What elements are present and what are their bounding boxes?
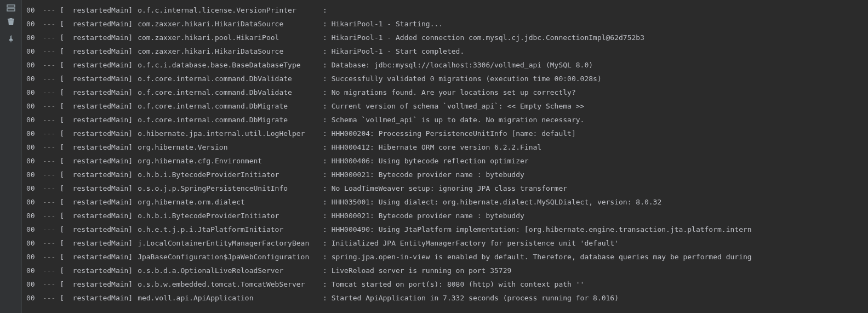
log-logger: o.h.b.i.BytecodeProviderInitiator (138, 168, 318, 181)
log-message: HHH000412: Hibernate ORM core version 6.… (332, 140, 542, 154)
log-thread: [ restartedMain] (60, 140, 138, 154)
log-thread: [ restartedMain] (60, 3, 138, 17)
log-logger: o.f.c.internal.license.VersionPrinter (138, 3, 318, 17)
log-thread: [ restartedMain] (60, 86, 138, 99)
log-level: 00 (26, 127, 38, 140)
log-colon: : (318, 195, 331, 209)
log-line: 00 --- [ restartedMain] com.zaxxer.hikar… (22, 17, 868, 31)
log-colon: : (318, 58, 331, 72)
log-level: 00 (26, 31, 38, 44)
soft-wrap-icon[interactable] (6, 3, 16, 13)
log-message: HHH000490: Using JtaPlatform implementat… (332, 223, 752, 236)
log-message: Initialized JPA EntityManagerFactory for… (332, 236, 619, 250)
log-separator: --- (38, 99, 60, 113)
log-separator: --- (38, 168, 60, 181)
log-line: 00 --- [ restartedMain] o.h.b.i.Bytecode… (22, 168, 868, 181)
log-colon: : (318, 17, 331, 31)
log-line: 00 --- [ restartedMain] o.s.b.w.embedded… (22, 277, 868, 291)
log-separator: --- (38, 86, 60, 99)
log-line: 00 --- [ restartedMain] org.hibernate.cf… (22, 154, 868, 168)
log-separator: --- (38, 154, 60, 168)
log-separator: --- (38, 140, 60, 154)
log-colon: : (318, 236, 331, 250)
log-thread: [ restartedMain] (60, 17, 138, 31)
log-thread: [ restartedMain] (60, 44, 138, 58)
log-separator: --- (38, 264, 60, 277)
log-level: 00 (26, 277, 38, 291)
log-thread: [ restartedMain] (60, 291, 138, 305)
log-logger: o.f.core.internal.command.DbMigrate (138, 113, 318, 127)
log-level: 00 (26, 154, 38, 168)
log-level: 00 (26, 291, 38, 305)
log-message: Schema `vollmed_api` is up to date. No m… (332, 113, 585, 127)
log-level: 00 (26, 250, 38, 264)
log-level: 00 (26, 140, 38, 154)
log-level: 00 (26, 3, 38, 17)
log-colon: : (318, 181, 331, 195)
log-thread: [ restartedMain] (60, 277, 138, 291)
log-thread: [ restartedMain] (60, 181, 138, 195)
log-separator: --- (38, 291, 60, 305)
log-colon: : (318, 250, 331, 264)
log-level: 00 (26, 223, 38, 236)
log-thread: [ restartedMain] (60, 168, 138, 181)
log-separator: --- (38, 72, 60, 86)
log-colon: : (318, 44, 331, 58)
log-level: 00 (26, 209, 38, 223)
log-colon: : (318, 113, 331, 127)
log-message: HHH000204: Processing PersistenceUnitInf… (332, 127, 576, 140)
log-message: HHH000406: Using bytecode reflection opt… (332, 154, 529, 168)
log-thread: [ restartedMain] (60, 127, 138, 140)
log-separator: --- (38, 3, 60, 17)
log-thread: [ restartedMain] (60, 223, 138, 236)
log-level: 00 (26, 113, 38, 127)
log-message: Started ApiApplication in 7.332 seconds … (332, 291, 619, 305)
log-line: 00 --- [ restartedMain] j.LocalContainer… (22, 236, 868, 250)
log-logger: o.hibernate.jpa.internal.util.LogHelper (138, 127, 318, 140)
log-level: 00 (26, 264, 38, 277)
log-separator: --- (38, 223, 60, 236)
log-line: 00 --- [ restartedMain] o.s.b.d.a.Option… (22, 264, 868, 277)
log-separator: --- (38, 250, 60, 264)
log-message: No LoadTimeWeaver setup: ignoring JPA cl… (332, 181, 567, 195)
log-colon: : (318, 291, 331, 305)
log-message: HikariPool-1 - Starting... (332, 17, 443, 31)
log-separator: --- (38, 17, 60, 31)
console-gutter (0, 0, 22, 313)
log-colon: : (318, 86, 331, 99)
log-line: 00 --- [ restartedMain] org.hibernate.or… (22, 195, 868, 209)
log-thread: [ restartedMain] (60, 250, 138, 264)
log-line: 00 --- [ restartedMain] o.f.c.internal.l… (22, 3, 868, 17)
log-level: 00 (26, 72, 38, 86)
log-line: 00 --- [ restartedMain] o.f.core.interna… (22, 99, 868, 113)
log-colon: : (318, 72, 331, 86)
log-message: Current version of schema `vollmed_api`:… (332, 99, 585, 113)
log-line: 00 --- [ restartedMain] com.zaxxer.hikar… (22, 31, 868, 44)
log-thread: [ restartedMain] (60, 264, 138, 277)
log-message: Tomcat started on port(s): 8080 (http) w… (332, 277, 585, 291)
pin-icon[interactable] (6, 34, 16, 44)
log-thread: [ restartedMain] (60, 58, 138, 72)
log-logger: com.zaxxer.hikari.HikariDataSource (138, 44, 318, 58)
log-colon: : (318, 209, 331, 223)
log-line: 00 --- [ restartedMain] o.h.b.i.Bytecode… (22, 209, 868, 223)
log-logger: o.h.e.t.j.p.i.JtaPlatformInitiator (138, 223, 318, 236)
log-output[interactable]: 00 --- [ restartedMain] o.f.c.internal.l… (22, 0, 868, 313)
svg-rect-0 (7, 5, 15, 7)
log-thread: [ restartedMain] (60, 195, 138, 209)
log-colon: : (318, 154, 331, 168)
log-level: 00 (26, 58, 38, 72)
log-thread: [ restartedMain] (60, 31, 138, 44)
console-root: 00 --- [ restartedMain] o.f.c.internal.l… (0, 0, 868, 313)
log-line: 00 --- [ restartedMain] o.f.core.interna… (22, 113, 868, 127)
log-thread: [ restartedMain] (60, 154, 138, 168)
log-logger: o.f.core.internal.command.DbValidate (138, 72, 318, 86)
log-logger: o.s.b.w.embedded.tomcat.TomcatWebServer (138, 277, 318, 291)
log-logger: org.hibernate.orm.dialect (138, 195, 318, 209)
trash-icon[interactable] (6, 16, 16, 26)
log-separator: --- (38, 277, 60, 291)
log-message: Database: jdbc:mysql://localhost:3306/vo… (332, 58, 593, 72)
log-separator: --- (38, 31, 60, 44)
log-message: HHH000021: Bytecode provider name : byte… (332, 209, 524, 223)
log-colon: : (318, 127, 331, 140)
